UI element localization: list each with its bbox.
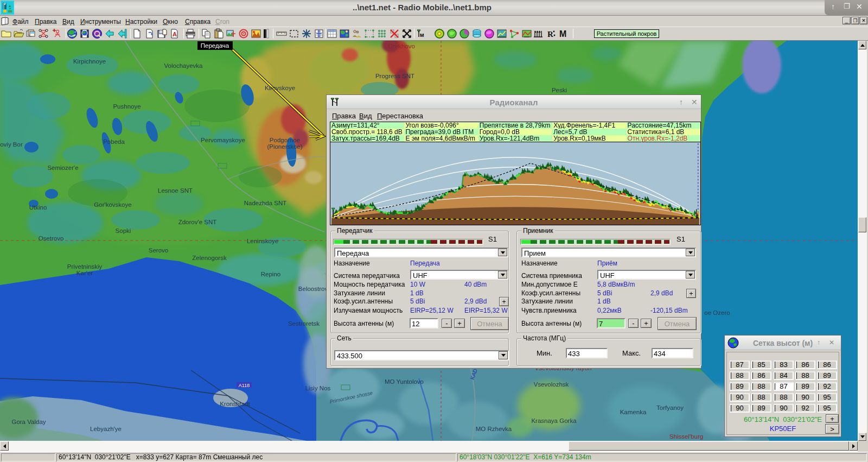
svg-text:Lisiy Nos: Lisiy Nos [305,385,331,391]
svg-text:Podgornoe: Podgornoe [270,137,300,143]
svg-text:(Pionerskoe): (Pionerskoe) [267,143,302,150]
svg-text:Nadezhda SNT: Nadezhda SNT [244,200,287,206]
svg-text:Peski: Peski [552,87,567,93]
svg-text:Pervomayskoye: Pervomayskoye [201,137,245,143]
svg-text:Privetninskiy: Privetninskiy [67,263,103,270]
svg-text:MO Yuntolovo: MO Yuntolovo [385,378,424,385]
svg-text:Gor'kovskoye: Gor'kovskoye [94,201,131,208]
svg-text:Gora Valday: Gora Valday [11,419,46,425]
svg-text:Beloostrov: Beloostrov [298,286,328,292]
svg-text:Krasnaya Gorka: Krasnaya Gorka [531,417,577,424]
svg-text:Kronshtadt: Kronshtadt [220,401,250,407]
svg-text:A118: A118 [239,383,250,388]
svg-text:Kamenka: Kamenka [620,409,647,415]
svg-text:Orekhovo: Orekhovo [388,43,415,49]
svg-text:Volochayevka: Volochayevka [164,62,203,69]
svg-text:Serovo: Serovo [149,247,168,254]
svg-text:Sestroretsk: Sestroretsk [288,320,320,327]
svg-text:Vsevolozhsk: Vsevolozhsk [534,381,569,388]
svg-text:Kirpichnoye: Kirpichnoye [73,58,106,65]
svg-text:Osetrovo: Osetrovo [39,235,64,242]
svg-text:M: M [559,29,566,39]
svg-text:oe Ozero: oe Ozero [704,309,730,316]
svg-text:M: M [420,33,424,38]
svg-text:Leninskoye: Leninskoye [247,238,278,244]
svg-text:Pobeda: Pobeda [103,138,125,145]
svg-text:Lesnoe SNT: Lesnoe SNT [158,187,193,194]
svg-text:Передача: Передача [201,42,229,49]
svg-text:Kirovskoye: Kirovskoye [265,85,295,91]
svg-text:Zelenogorsk: Zelenogorsk [192,255,227,261]
svg-text:Kar'er: Kar'er [76,270,93,276]
svg-text:Pushnoye: Pushnoye [113,103,141,110]
svg-text:Sopki: Sopki [116,227,131,234]
svg-text:Zdorov'e SNT: Zdorov'e SNT [178,219,217,225]
svg-text:Lebyazh'ye: Lebyazh'ye [90,426,122,432]
svg-text:Repino: Repino [261,271,280,277]
svg-text:oviy Bor: oviy Bor [0,141,23,148]
svg-text:R: R [547,30,553,39]
svg-text:Shissel'burg: Shissel'burg [669,433,703,440]
svg-text:Progress SNT: Progress SNT [375,73,414,79]
svg-text:Utkino: Utkino [29,204,47,211]
svg-text:MO Rzhevka: MO Rzhevka [476,426,512,432]
svg-text:Torfyanoy: Torfyanoy [656,404,684,411]
svg-text:Semiozer'e: Semiozer'e [47,164,78,171]
svg-text:A: A [173,31,177,37]
